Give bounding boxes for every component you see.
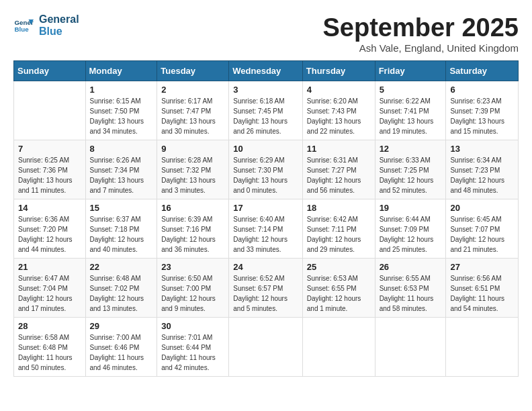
calendar-cell: 22Sunrise: 6:48 AMSunset: 7:02 PMDayligh… — [85, 259, 157, 318]
day-info: Sunrise: 6:18 AMSunset: 7:45 PMDaylight:… — [233, 96, 298, 136]
day-info: Sunrise: 6:47 AMSunset: 7:04 PMDaylight:… — [18, 273, 81, 314]
day-info: Sunrise: 6:52 AMSunset: 6:57 PMDaylight:… — [233, 273, 298, 314]
calendar-cell: 18Sunrise: 6:42 AMSunset: 7:11 PMDayligh… — [302, 199, 375, 259]
calendar-cell — [14, 81, 86, 140]
day-number: 13 — [450, 144, 514, 154]
day-number: 19 — [380, 203, 442, 213]
calendar-cell: 17Sunrise: 6:40 AMSunset: 7:14 PMDayligh… — [229, 199, 302, 259]
day-number: 24 — [233, 262, 298, 272]
day-number: 16 — [161, 203, 224, 213]
header-tuesday: Tuesday — [157, 61, 229, 81]
calendar-cell: 24Sunrise: 6:52 AMSunset: 6:57 PMDayligh… — [229, 259, 302, 318]
day-number: 5 — [380, 85, 442, 95]
day-info: Sunrise: 6:44 AMSunset: 7:09 PMDaylight:… — [380, 214, 442, 255]
logo-icon: General Blue — [13, 15, 34, 36]
calendar-cell: 4Sunrise: 6:20 AMSunset: 7:43 PMDaylight… — [302, 81, 375, 140]
day-number: 9 — [161, 144, 224, 154]
header-monday: Monday — [85, 61, 157, 81]
day-number: 15 — [90, 203, 153, 213]
calendar-cell: 26Sunrise: 6:55 AMSunset: 6:53 PMDayligh… — [375, 259, 446, 318]
day-info: Sunrise: 6:56 AMSunset: 6:51 PMDaylight:… — [450, 273, 514, 314]
calendar-week-row: 14Sunrise: 6:36 AMSunset: 7:20 PMDayligh… — [14, 199, 519, 259]
day-info: Sunrise: 6:25 AMSunset: 7:36 PMDaylight:… — [18, 155, 81, 195]
calendar-cell: 8Sunrise: 6:26 AMSunset: 7:34 PMDaylight… — [85, 140, 157, 199]
day-number: 17 — [233, 203, 298, 213]
day-number: 25 — [307, 262, 371, 272]
svg-text:Blue: Blue — [15, 26, 30, 33]
day-number: 22 — [90, 262, 153, 272]
header-saturday: Saturday — [446, 61, 519, 81]
calendar-week-row: 21Sunrise: 6:47 AMSunset: 7:04 PMDayligh… — [14, 259, 519, 318]
calendar-cell: 16Sunrise: 6:39 AMSunset: 7:16 PMDayligh… — [157, 199, 229, 259]
day-info: Sunrise: 6:53 AMSunset: 6:55 PMDaylight:… — [307, 273, 371, 314]
day-info: Sunrise: 6:22 AMSunset: 7:41 PMDaylight:… — [380, 96, 442, 136]
day-info: Sunrise: 7:00 AMSunset: 6:46 PMDaylight:… — [90, 332, 153, 373]
calendar-cell: 20Sunrise: 6:45 AMSunset: 7:07 PMDayligh… — [446, 199, 519, 259]
header-sunday: Sunday — [14, 61, 86, 81]
calendar-week-row: 7Sunrise: 6:25 AMSunset: 7:36 PMDaylight… — [14, 140, 519, 199]
day-number: 18 — [307, 203, 371, 213]
day-info: Sunrise: 6:58 AMSunset: 6:48 PMDaylight:… — [18, 332, 81, 373]
calendar-cell: 19Sunrise: 6:44 AMSunset: 7:09 PMDayligh… — [375, 199, 446, 259]
calendar-week-row: 28Sunrise: 6:58 AMSunset: 6:48 PMDayligh… — [14, 318, 519, 377]
calendar-cell: 29Sunrise: 7:00 AMSunset: 6:46 PMDayligh… — [85, 318, 157, 377]
month-title: September 2025 — [323, 13, 519, 42]
day-number: 27 — [450, 262, 514, 272]
calendar-cell: 5Sunrise: 6:22 AMSunset: 7:41 PMDaylight… — [375, 81, 446, 140]
header-friday: Friday — [375, 61, 446, 81]
header-thursday: Thursday — [302, 61, 375, 81]
day-info: Sunrise: 6:36 AMSunset: 7:20 PMDaylight:… — [18, 214, 81, 255]
calendar-cell: 30Sunrise: 7:01 AMSunset: 6:44 PMDayligh… — [157, 318, 229, 377]
calendar-cell: 1Sunrise: 6:15 AMSunset: 7:50 PMDaylight… — [85, 81, 157, 140]
day-number: 11 — [307, 144, 371, 154]
calendar-cell: 2Sunrise: 6:17 AMSunset: 7:47 PMDaylight… — [157, 81, 229, 140]
logo-text-line2: Blue — [39, 26, 79, 38]
calendar-cell: 25Sunrise: 6:53 AMSunset: 6:55 PMDayligh… — [302, 259, 375, 318]
day-info: Sunrise: 6:50 AMSunset: 7:00 PMDaylight:… — [161, 273, 224, 314]
day-info: Sunrise: 6:39 AMSunset: 7:16 PMDaylight:… — [161, 214, 224, 255]
calendar-cell: 6Sunrise: 6:23 AMSunset: 7:39 PMDaylight… — [446, 81, 519, 140]
day-info: Sunrise: 6:42 AMSunset: 7:11 PMDaylight:… — [307, 214, 371, 255]
day-info: Sunrise: 6:33 AMSunset: 7:25 PMDaylight:… — [380, 155, 442, 195]
day-number: 1 — [90, 85, 153, 95]
logo-text-line1: General — [39, 13, 79, 26]
day-info: Sunrise: 6:37 AMSunset: 7:18 PMDaylight:… — [90, 214, 153, 255]
calendar-cell: 3Sunrise: 6:18 AMSunset: 7:45 PMDaylight… — [229, 81, 302, 140]
calendar-table: Sunday Monday Tuesday Wednesday Thursday… — [13, 60, 519, 377]
day-number: 8 — [90, 144, 153, 154]
calendar-cell: 23Sunrise: 6:50 AMSunset: 7:00 PMDayligh… — [157, 259, 229, 318]
day-info: Sunrise: 6:28 AMSunset: 7:32 PMDaylight:… — [161, 155, 224, 195]
day-info: Sunrise: 6:45 AMSunset: 7:07 PMDaylight:… — [450, 214, 514, 255]
calendar-week-row: 1Sunrise: 6:15 AMSunset: 7:50 PMDaylight… — [14, 81, 519, 140]
day-number: 23 — [161, 262, 224, 272]
day-info: Sunrise: 6:29 AMSunset: 7:30 PMDaylight:… — [233, 155, 298, 195]
day-info: Sunrise: 6:15 AMSunset: 7:50 PMDaylight:… — [90, 96, 153, 136]
day-number: 30 — [161, 321, 224, 331]
calendar-cell: 14Sunrise: 6:36 AMSunset: 7:20 PMDayligh… — [14, 199, 86, 259]
day-number: 28 — [18, 321, 81, 331]
day-info: Sunrise: 6:17 AMSunset: 7:47 PMDaylight:… — [161, 96, 224, 136]
header-wednesday: Wednesday — [229, 61, 302, 81]
day-number: 12 — [380, 144, 442, 154]
calendar-cell — [302, 318, 375, 377]
header-row: Sunday Monday Tuesday Wednesday Thursday… — [14, 61, 519, 81]
calendar-cell: 27Sunrise: 6:56 AMSunset: 6:51 PMDayligh… — [446, 259, 519, 318]
day-number: 2 — [161, 85, 224, 95]
day-number: 6 — [450, 85, 514, 95]
day-number: 21 — [18, 262, 81, 272]
day-info: Sunrise: 6:40 AMSunset: 7:14 PMDaylight:… — [233, 214, 298, 255]
calendar-cell: 28Sunrise: 6:58 AMSunset: 6:48 PMDayligh… — [14, 318, 86, 377]
calendar-cell — [229, 318, 302, 377]
location-title: Ash Vale, England, United Kingdom — [323, 42, 519, 54]
day-number: 7 — [18, 144, 81, 154]
day-info: Sunrise: 6:20 AMSunset: 7:43 PMDaylight:… — [307, 96, 371, 136]
day-number: 4 — [307, 85, 371, 95]
day-info: Sunrise: 7:01 AMSunset: 6:44 PMDaylight:… — [161, 332, 224, 373]
day-info: Sunrise: 6:55 AMSunset: 6:53 PMDaylight:… — [380, 273, 442, 314]
calendar-cell: 9Sunrise: 6:28 AMSunset: 7:32 PMDaylight… — [157, 140, 229, 199]
calendar-cell: 21Sunrise: 6:47 AMSunset: 7:04 PMDayligh… — [14, 259, 86, 318]
day-number: 29 — [90, 321, 153, 331]
day-info: Sunrise: 6:48 AMSunset: 7:02 PMDaylight:… — [90, 273, 153, 314]
day-number: 14 — [18, 203, 81, 213]
calendar-cell: 12Sunrise: 6:33 AMSunset: 7:25 PMDayligh… — [375, 140, 446, 199]
